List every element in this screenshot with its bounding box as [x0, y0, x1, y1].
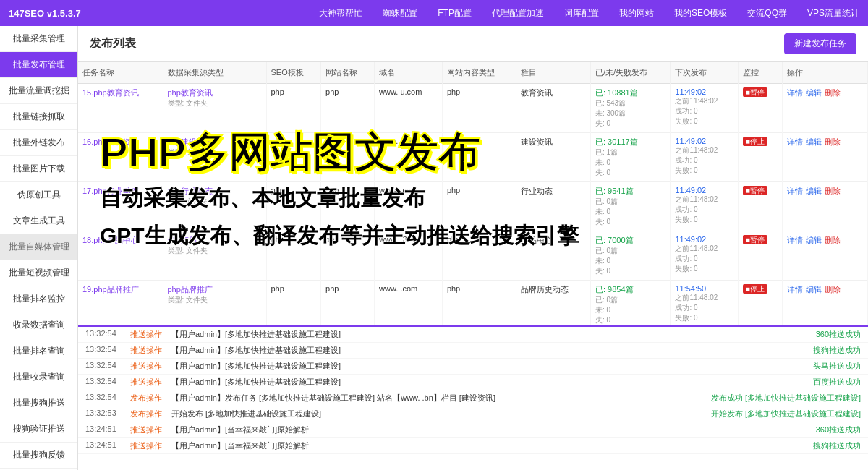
- log-type: 推送操作: [130, 329, 163, 340]
- monitor-badge[interactable]: ■暂停: [743, 235, 767, 244]
- op-btn-详情[interactable]: 详情: [787, 137, 803, 146]
- log-message: 【用户admin】[多地加快推进基础设施工程建设]: [171, 329, 807, 340]
- sidebar-item[interactable]: 批量收录查询: [0, 364, 77, 390]
- publish-count: 失: 0: [595, 119, 665, 129]
- monitor-badge[interactable]: ■暂停: [743, 186, 767, 195]
- sidebar: 批量采集管理批量发布管理批量流量调挖掘批量链接抓取批量外链发布批量图片下载伪原创…: [0, 26, 78, 470]
- nav-item[interactable]: 我的SEO模板: [674, 7, 727, 20]
- publish-table: 任务名称数据采集源类型SEO模板网站名称域名网站内容类型栏目已/未/失败发布下次…: [78, 62, 868, 328]
- nav-item[interactable]: 蜘蛛配置: [383, 7, 417, 20]
- log-time: 13:32:54: [85, 377, 122, 385]
- log-message: 【用户admin】[多地加快推进基础设施工程建设]: [171, 345, 804, 356]
- sidebar-item[interactable]: 搜狗验证推送: [0, 416, 77, 443]
- sidebar-item[interactable]: 批量流量调挖掘: [0, 78, 77, 104]
- main-layout: 批量采集管理批量发布管理批量流量调挖掘批量链接抓取批量外链发布批量图片下载伪原创…: [0, 26, 868, 470]
- monitor-badge[interactable]: ■暂停: [743, 87, 767, 97]
- sidebar-item[interactable]: 文章生成工具: [0, 208, 77, 234]
- sidebar-item[interactable]: 批量链接抓取: [0, 104, 77, 130]
- publish-count: 已: 7000篇: [595, 235, 665, 246]
- sidebar-item[interactable]: 批量搜狗推送: [0, 390, 77, 416]
- op-btn-详情[interactable]: 详情: [787, 187, 803, 195]
- next-time-value: 失败: 0: [675, 215, 733, 225]
- next-time-cell: 11:49:02之前11:48:02成功: 0失败: 0: [671, 84, 738, 133]
- task-name-link[interactable]: 18.php产品中心: [82, 236, 139, 244]
- op-btn-删除[interactable]: 删除: [825, 285, 841, 294]
- op-btn-编辑[interactable]: 编辑: [806, 187, 822, 195]
- table-column-header: 下次发布: [671, 62, 738, 84]
- domain-cell: www. u.com: [375, 84, 443, 133]
- sidebar-item[interactable]: 批量外链发布: [0, 130, 77, 156]
- log-time: 13:24:51: [85, 440, 122, 449]
- nav-item[interactable]: 大神帮帮忙: [319, 7, 362, 20]
- new-task-button[interactable]: 新建发布任务: [784, 33, 856, 54]
- log-time: 13:32:54: [85, 345, 122, 354]
- task-name-link[interactable]: 19.php品牌推广: [82, 285, 139, 294]
- next-time-value: 11:49:02: [675, 87, 733, 96]
- log-time: 13:32:53: [85, 409, 122, 417]
- task-name-link[interactable]: 15.php教育资讯: [82, 88, 139, 97]
- op-btn-详情[interactable]: 详情: [787, 285, 803, 294]
- monitor-badge[interactable]: ■停止: [743, 284, 767, 294]
- published-cell: 已: 9854篇已: 0篇未: 0失: 0: [590, 281, 670, 329]
- next-time-value: 11:49:02: [675, 235, 733, 244]
- sidebar-item[interactable]: 批量图片下载: [0, 156, 77, 182]
- nav-item[interactable]: 代理配置加速: [492, 7, 544, 20]
- sidebar-item[interactable]: 批量排名查询: [0, 338, 77, 364]
- log-result: 360推送成功: [816, 424, 861, 435]
- table-column-header: 数据采集源类型: [163, 62, 266, 84]
- op-btn-编辑[interactable]: 编辑: [806, 137, 822, 146]
- source-link[interactable]: php教育资讯: [168, 88, 213, 97]
- nav-menu: 大神帮帮忙蜘蛛配置FTP配置代理配置加速词库配置我的网站我的SEO模板交流QQ群…: [95, 7, 859, 20]
- source-link[interactable]: php产品...: [168, 236, 204, 244]
- source-link[interactable]: php建设资讯: [168, 137, 213, 146]
- sidebar-item[interactable]: 收录数据查询: [0, 312, 77, 338]
- sidebar-item[interactable]: 批量发布管理: [0, 52, 77, 78]
- source-link[interactable]: php行业动态: [168, 187, 213, 195]
- nav-item[interactable]: VPS流量统计: [807, 7, 859, 20]
- op-btn-详情[interactable]: 详情: [787, 88, 803, 97]
- op-btn-删除[interactable]: 删除: [825, 187, 841, 195]
- next-time-value: 成功: 0: [675, 155, 733, 166]
- op-btn-删除[interactable]: 删除: [825, 88, 841, 97]
- nav-item[interactable]: 我的网站: [619, 7, 654, 20]
- next-time-value: 之前11:48:02: [675, 96, 733, 106]
- source-type-label: 类型: 文件夹: [168, 295, 262, 305]
- published-cell: 已: 30117篇已: 1篇未: 0失: 0: [590, 133, 670, 182]
- op-btn-删除[interactable]: 删除: [825, 137, 841, 146]
- siteName-cell: php: [321, 231, 375, 281]
- nav-item[interactable]: 词库配置: [564, 7, 599, 20]
- category-cell: 行业动态: [516, 182, 591, 231]
- publish-count: 已: 30117篇: [595, 137, 665, 148]
- op-btn-编辑[interactable]: 编辑: [806, 88, 822, 97]
- log-message: 【用户admin】发布任务 [多地加快推进基础设施工程建设] 站名【www. .…: [171, 393, 702, 403]
- op-btn-详情[interactable]: 详情: [787, 236, 803, 244]
- category-cell: 品牌历史动态: [516, 281, 591, 329]
- sidebar-item[interactable]: 伪原创工具: [0, 182, 77, 208]
- seoTemplate-cell: php: [266, 182, 321, 231]
- source-link[interactable]: php品牌推广: [168, 285, 213, 294]
- nav-item[interactable]: 交流QQ群: [747, 7, 787, 20]
- source-type-label: 类型: 文件夹: [168, 246, 262, 256]
- task-name-link[interactable]: 17.php行业动态: [82, 187, 139, 195]
- seoTemplate-cell: php: [266, 84, 321, 133]
- op-btn-删除[interactable]: 删除: [825, 236, 841, 244]
- sidebar-item[interactable]: 批量自媒体管理: [0, 234, 77, 260]
- sidebar-item[interactable]: 批量排名监控: [0, 286, 77, 312]
- domain-cell: www. .com: [375, 182, 443, 231]
- op-btn-编辑[interactable]: 编辑: [806, 285, 822, 294]
- log-type: 推送操作: [130, 424, 163, 435]
- publish-count: 已: 9541篇: [595, 186, 665, 197]
- op-btn-编辑[interactable]: 编辑: [806, 236, 822, 244]
- contentType-cell: php: [442, 84, 516, 133]
- sidebar-item[interactable]: 批量短视频管理: [0, 260, 77, 286]
- source-type-cell: php产品...类型: 文件夹: [163, 231, 266, 281]
- source-type-label: 类型: 文件夹: [168, 197, 262, 207]
- sidebar-item[interactable]: 批量采集管理: [0, 26, 77, 52]
- nav-item[interactable]: FTP配置: [438, 7, 472, 20]
- log-time: 13:32:54: [85, 329, 122, 338]
- sidebar-item[interactable]: 批量搜狗反馈: [0, 443, 77, 469]
- monitor-badge[interactable]: ■停止: [743, 137, 767, 146]
- log-message: 【用户admin】[当幸福来敲门]原始解析: [171, 424, 807, 435]
- task-name-link[interactable]: 16.php建设资讯: [82, 137, 139, 146]
- log-time: 13:32:54: [85, 361, 122, 369]
